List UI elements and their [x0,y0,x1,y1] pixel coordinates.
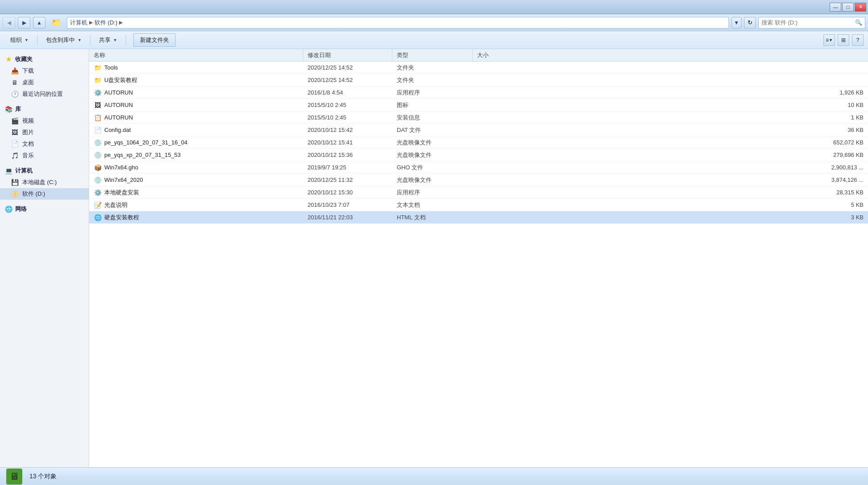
view-button[interactable]: ≡ ▼ [823,34,835,46]
table-row[interactable]: 📁 U盘安装教程 2020/12/25 14:52 文件夹 [89,74,868,86]
sidebar-section-library: 📚 库 🎬 视频 🖼 图片 📄 文档 🎵 音乐 [0,103,89,161]
view-arrow-icon: ▼ [829,38,833,42]
computer-label: 计算机 [15,167,33,175]
address-path[interactable]: 计算机 ▶ 软件 (D:) ▶ [67,17,729,29]
sidebar-computer-header[interactable]: 💻 计算机 [0,165,89,177]
close-button[interactable]: ✕ [855,3,866,12]
toolbar-right: ≡ ▼ ⊞ ? [823,34,864,46]
maximize-button[interactable]: □ [842,3,854,12]
file-date-cell: 2020/10/12 15:30 [303,189,392,196]
file-type-cell: HTML 文档 [392,214,473,222]
help-button[interactable]: ? [852,34,864,46]
doc-icon: 📄 [11,140,19,148]
local-c-label: 本地磁盘 (C:) [22,178,57,186]
table-row[interactable]: 💿 Win7x64_2020 2020/12/25 11:32 光盘映像文件 3… [89,174,868,186]
share-arrow: ▼ [113,38,117,42]
sidebar-section-favorites: ★ 收藏夹 📥 下载 🖥 桌面 🕐 最近访问的位置 [0,53,89,100]
filelist-header: 名称 修改日期 类型 大小 [89,49,868,62]
table-row[interactable]: 🖼 AUTORUN 2015/5/10 2:45 图标 10 KB [89,99,868,111]
path-computer[interactable]: 计算机 [70,19,87,27]
forward-button[interactable]: ▶ [18,17,30,29]
table-row[interactable]: 💿 pe_yqs_xp_20_07_31_15_53 2020/10/12 15… [89,149,868,161]
table-row[interactable]: 📦 Win7x64.gho 2019/9/7 19:25 GHO 文件 2,90… [89,161,868,174]
image-label: 图片 [22,128,34,136]
file-type-icon: 📦 [94,164,102,172]
table-row[interactable]: 📁 Tools 2020/12/25 14:52 文件夹 [89,62,868,74]
new-folder-button[interactable]: 新建文件夹 [133,33,176,47]
layout-button[interactable]: ⊞ [838,34,849,46]
table-row[interactable]: ⚙️ AUTORUN 2016/1/8 4:54 应用程序 1,926 KB [89,86,868,99]
file-size-cell: 10 KB [473,102,868,108]
file-name-cell: 📁 Tools [89,64,303,72]
doc-label: 文档 [22,140,34,148]
file-name-cell: 📄 Config.dat [89,126,303,134]
library-label: 包含到库中 [46,36,75,44]
folder-icon-address: 📁 [48,17,64,29]
table-row[interactable]: ⚙️ 本地硬盘安装 2020/10/12 15:30 应用程序 28,315 K… [89,186,868,199]
file-name-text: 本地硬盘安装 [104,189,139,197]
col-header-date[interactable]: 修改日期 [303,49,392,61]
col-header-size[interactable]: 大小 [473,49,868,61]
file-type-cell: 文件夹 [392,76,473,84]
col-header-name[interactable]: 名称 [89,49,303,61]
file-date-cell: 2020/10/12 15:42 [303,127,392,133]
table-row[interactable]: 📄 Config.dat 2020/10/12 15:42 DAT 文件 36 … [89,124,868,136]
file-name-cell: 🌐 硬盘安装教程 [89,214,303,222]
library-button[interactable]: 包含到库中 ▼ [40,33,87,47]
software-d-label: 软件 (D:) [22,190,45,198]
sidebar-library-header[interactable]: 📚 库 [0,103,89,115]
sidebar-item-recent[interactable]: 🕐 最近访问的位置 [0,88,89,100]
file-type-cell: 应用程序 [392,89,473,97]
file-name-cell: 📝 光盘说明 [89,201,303,209]
col-header-type[interactable]: 类型 [392,49,473,61]
download-icon: 📥 [11,67,19,75]
file-name-cell: 📦 Win7x64.gho [89,164,303,172]
file-size-cell: 28,315 KB [473,189,868,196]
table-row[interactable]: 🌐 硬盘安装教程 2016/11/21 22:03 HTML 文档 3 KB [89,211,868,224]
sidebar-item-music[interactable]: 🎵 音乐 [0,150,89,161]
file-type-icon: 📁 [94,64,102,72]
file-name-text: AUTORUN [104,89,133,96]
file-name-text: AUTORUN [104,114,133,121]
sidebar-item-image[interactable]: 🖼 图片 [0,127,89,138]
library-arrow: ▼ [78,38,82,42]
file-type-cell: 光盘映像文件 [392,176,473,184]
back-button[interactable]: ◀ [3,17,15,29]
file-name-text: pe_yqs_1064_20_07_31_16_04 [104,139,188,146]
sidebar-item-video[interactable]: 🎬 视频 [0,115,89,127]
star-icon: ★ [4,55,12,63]
titlebar: — □ ✕ [0,0,868,14]
sidebar-network-header[interactable]: 🌐 网络 [0,203,89,215]
file-name-cell: 📁 U盘安装教程 [89,76,303,84]
search-box[interactable]: 🔍 [758,17,865,29]
file-name-cell: 💿 pe_yqs_1064_20_07_31_16_04 [89,139,303,147]
sidebar-favorites-header[interactable]: ★ 收藏夹 [0,53,89,65]
search-input[interactable] [761,19,853,26]
status-app-icon: 🖥 [6,469,22,485]
file-name-cell: 💿 pe_yqs_xp_20_07_31_15_53 [89,151,303,159]
sidebar-item-download[interactable]: 📥 下载 [0,65,89,77]
sidebar-item-local-c[interactable]: 💾 本地磁盘 (C:) [0,177,89,188]
address-dropdown-button[interactable]: ▼ [732,17,741,29]
organize-button[interactable]: 组织 ▼ [4,33,34,47]
up-button[interactable]: ▲ [33,17,45,29]
refresh-button[interactable]: ↻ [744,17,756,29]
file-type-cell: 安装信息 [392,114,473,122]
file-type-icon: ⚙️ [94,89,102,97]
path-drive[interactable]: 软件 (D:) [95,19,117,27]
toolbar-sep-3 [126,35,126,45]
sidebar-item-desktop[interactable]: 🖥 桌面 [0,77,89,88]
file-type-icon: 📄 [94,126,102,134]
share-button[interactable]: 共享 ▼ [93,33,123,47]
addressbar: ◀ ▶ ▲ 📁 计算机 ▶ 软件 (D:) ▶ ▼ ↻ 🔍 [0,14,868,31]
file-type-cell: 图标 [392,101,473,109]
file-name-text: Tools [104,64,118,71]
sidebar-item-doc[interactable]: 📄 文档 [0,138,89,150]
table-row[interactable]: 💿 pe_yqs_1064_20_07_31_16_04 2020/10/12 … [89,136,868,149]
table-row[interactable]: 📝 光盘说明 2016/10/23 7:07 文本文档 5 KB [89,199,868,211]
minimize-button[interactable]: — [830,3,841,12]
file-type-icon: ⚙️ [94,189,102,197]
file-size-cell: 1 KB [473,114,868,121]
table-row[interactable]: 📋 AUTORUN 2015/5/10 2:45 安装信息 1 KB [89,111,868,124]
sidebar-item-software-d[interactable]: 📀 软件 (D:) [0,188,89,200]
